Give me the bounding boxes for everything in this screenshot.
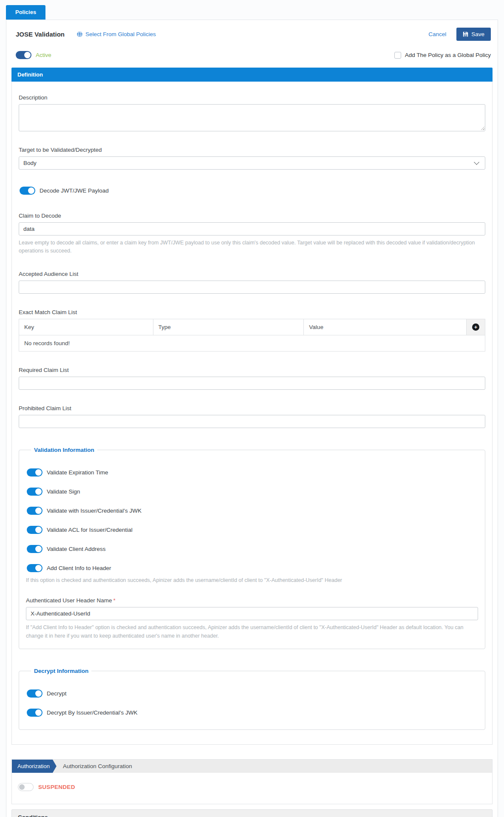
globe-icon [76, 31, 83, 37]
decrypt-by-issuer-toggle-row: Decrypt By Issuer/Credential's JWK [27, 709, 478, 717]
global-policy-checkbox[interactable] [394, 52, 401, 59]
decrypt-toggle[interactable] [27, 689, 42, 698]
select-from-global-policies-label: Select From Global Policies [85, 31, 156, 37]
exact-match-claim-list-field: Exact Match Claim List Key Type Value No… [19, 309, 485, 352]
validate-issuer-jwk-toggle[interactable] [27, 507, 42, 515]
validate-acl-toggle[interactable] [27, 526, 42, 534]
decode-jwt-toggle-label: Decode JWT/JWE Payload [40, 187, 109, 194]
status-row: Active Add The Policy as a Global Policy [16, 51, 491, 59]
validate-expiration-toggle-row: Validate Expiration Time [27, 468, 478, 477]
authorization-tab[interactable]: Authorization [12, 760, 57, 773]
prohibited-claim-field: Prohibited Claim List [19, 405, 485, 428]
decrypt-by-issuer-toggle[interactable] [27, 709, 42, 717]
add-claim-row-button[interactable] [467, 319, 485, 335]
accepted-audience-label: Accepted Audience List [19, 271, 485, 277]
no-records-cell: No records found! [19, 335, 485, 351]
plus-icon [472, 323, 479, 331]
validation-information-group: Validation Information Validate Expirati… [19, 447, 485, 649]
definition-section-header[interactable]: Definition [11, 68, 493, 82]
policy-card: JOSE Validation Select From Global Polic… [6, 20, 498, 817]
validate-client-address-toggle-row: Validate Client Address [27, 545, 478, 553]
exact-match-claim-list-label: Exact Match Claim List [19, 309, 485, 315]
suspended-toggle[interactable] [18, 783, 34, 791]
cancel-button[interactable]: Cancel [428, 31, 446, 37]
accepted-audience-field: Accepted Audience List [19, 271, 485, 294]
auth-header-name-hint: If "Add Client Info to Header" option is… [26, 624, 478, 640]
active-label: Active [36, 52, 51, 58]
table-row: No records found! [19, 335, 485, 351]
claim-table-header-key: Key [19, 319, 153, 335]
page-title: JOSE Validation [16, 31, 65, 38]
auth-header-name-input[interactable] [26, 607, 478, 620]
validate-expiration-toggle[interactable] [27, 468, 42, 477]
definition-section-body: Description Target to be Validated/Decry… [11, 82, 493, 745]
decode-jwt-toggle-row: Decode JWT/JWE Payload [20, 187, 485, 195]
card-header: JOSE Validation Select From Global Polic… [11, 25, 493, 42]
authorization-panel: Authorization Authorization Configuratio… [11, 759, 493, 804]
page: Policies JOSE Validation Select From Glo… [0, 0, 504, 817]
prohibited-claim-label: Prohibited Claim List [19, 405, 485, 411]
description-field: Description [19, 94, 485, 131]
claim-table-header-type: Type [153, 319, 304, 335]
required-claim-input[interactable] [19, 377, 485, 390]
select-from-global-policies-link[interactable]: Select From Global Policies [76, 31, 156, 37]
claim-to-decode-label: Claim to Decode [19, 213, 485, 219]
global-policy-checkbox-label: Add The Policy as a Global Policy [405, 52, 491, 58]
authorization-bar-label: Authorization Configuration [63, 763, 132, 769]
validate-client-address-toggle[interactable] [27, 545, 42, 553]
decrypt-toggle-row: Decrypt [27, 689, 478, 698]
target-label: Target to be Validated/Decrypted [19, 147, 485, 153]
target-field: Target to be Validated/Decrypted Body [19, 147, 485, 170]
conditions-panel-label: Conditions [18, 814, 48, 817]
save-icon [463, 31, 468, 37]
decode-jwt-toggle[interactable] [20, 187, 35, 195]
claim-to-decode-field: Claim to Decode Leave empty to decode al… [19, 213, 485, 255]
save-button-label: Save [471, 31, 484, 37]
active-toggle[interactable] [16, 51, 31, 59]
claim-to-decode-hint: Leave empty to decode all claims, or ent… [19, 239, 485, 255]
claim-to-decode-input[interactable] [19, 222, 485, 235]
add-client-info-toggle[interactable] [27, 564, 42, 572]
suspended-label: SUSPENDED [38, 784, 75, 790]
validate-issuer-jwk-toggle-row: Validate with Issuer/Credential's JWK [27, 507, 478, 515]
exact-match-claim-table: Key Type Value No records found! [19, 319, 485, 352]
add-client-info-hint: If this option is checked and authentica… [26, 576, 478, 584]
validate-sign-toggle-row: Validate Sign [27, 488, 478, 496]
required-asterisk: * [113, 597, 116, 604]
validation-information-legend: Validation Information [31, 447, 97, 453]
save-button[interactable]: Save [456, 28, 491, 41]
tab-policies[interactable]: Policies [6, 5, 45, 20]
validate-sign-toggle[interactable] [27, 488, 42, 496]
required-claim-field: Required Claim List [19, 367, 485, 390]
auth-header-name-field: Authenticated User Header Name* If "Add … [26, 597, 478, 640]
auth-header-name-label: Authenticated User Header Name [26, 597, 112, 604]
target-select[interactable]: Body [19, 156, 485, 170]
accepted-audience-input[interactable] [19, 281, 485, 294]
claim-table-header-value: Value [304, 319, 467, 335]
required-claim-label: Required Claim List [19, 367, 485, 373]
validate-acl-toggle-row: Validate ACL for Issuer/Credential [27, 526, 478, 534]
authorization-bar: Authorization Authorization Configuratio… [12, 760, 492, 773]
add-client-info-toggle-row: Add Client Info to Header [27, 564, 478, 572]
target-select-wrap: Body [19, 156, 485, 170]
prohibited-claim-input[interactable] [19, 415, 485, 428]
decrypt-information-legend: Decrypt Information [31, 668, 91, 674]
authorization-body: SUSPENDED [12, 773, 492, 804]
decrypt-information-group: Decrypt Information Decrypt Decrypt By I… [19, 668, 485, 730]
description-textarea[interactable] [19, 104, 485, 131]
conditions-panel-header[interactable]: Conditions [11, 809, 493, 817]
description-label: Description [19, 94, 485, 101]
